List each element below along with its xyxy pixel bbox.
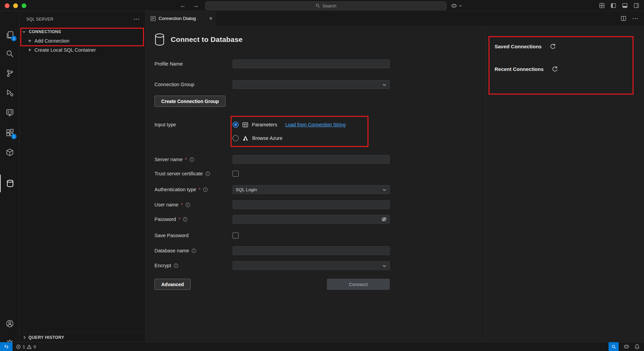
command-center-search[interactable]: Search [205, 1, 447, 10]
trust-server-certificate-label: Trust server certificate [154, 171, 203, 176]
server-name-label: Server name [154, 157, 183, 162]
eye-off-icon[interactable] [381, 216, 387, 222]
profile-name-input[interactable] [233, 59, 390, 68]
authentication-type-select[interactable]: SQL Login [233, 185, 390, 194]
remote-explorer-icon [6, 108, 14, 117]
error-icon [16, 344, 21, 349]
source-control-icon [6, 69, 14, 77]
warning-icon [27, 344, 32, 349]
minimize-window-button[interactable] [13, 3, 18, 8]
browse-azure-radio-label[interactable]: Browse Azure [252, 135, 282, 141]
close-window-button[interactable] [5, 3, 9, 8]
activity-explorer[interactable]: 1 [0, 26, 20, 44]
editor-more-actions-button[interactable]: ··· [633, 16, 639, 21]
connection-dialog-editor: Connect to Database Profile Name Connect… [146, 26, 644, 342]
save-password-checkbox[interactable] [233, 232, 239, 239]
recent-connections-label: Recent Connections [495, 66, 544, 72]
chevron-down-icon [382, 187, 387, 193]
required-marker: * [178, 217, 181, 222]
customize-layout-icon[interactable] [599, 3, 605, 8]
chevron-down-icon [382, 263, 387, 269]
split-editor-icon[interactable] [621, 16, 626, 21]
package-icon [6, 148, 14, 156]
chevron-down-icon [382, 82, 387, 87]
titlebar: ← → Search [0, 0, 644, 11]
run-debug-icon [6, 89, 14, 97]
user-name-input[interactable] [233, 200, 390, 209]
toggle-panel-icon[interactable] [622, 3, 628, 8]
create-connection-group-button[interactable]: Create Connection Group [154, 96, 225, 107]
search-placeholder: Search [323, 3, 336, 8]
activity-source-control[interactable] [0, 65, 20, 82]
parameters-radio[interactable] [233, 122, 239, 128]
password-input[interactable] [233, 215, 390, 224]
info-icon [189, 157, 194, 162]
copilot-icon [451, 3, 457, 9]
info-icon [183, 217, 188, 222]
maximize-window-button[interactable] [22, 3, 26, 8]
editor-tab-bar: Connection Dialog × ··· [146, 11, 644, 26]
activity-accounts[interactable] [0, 315, 20, 332]
sidebar-title: SQL SERVER [26, 17, 134, 22]
activity-sql-server[interactable] [0, 175, 20, 192]
sidebar-more-actions-button[interactable]: ··· [134, 16, 140, 22]
database-icon [154, 33, 165, 46]
chevron-down-icon [458, 4, 462, 8]
profile-name-label: Profile Name [154, 61, 183, 67]
encrypt-select[interactable] [233, 261, 390, 270]
password-label: Password [154, 217, 176, 222]
activity-extensions[interactable]: 1 [0, 124, 20, 142]
connections-section-header[interactable]: CONNECTIONS [20, 27, 145, 36]
remote-icon [4, 344, 9, 349]
close-tab-icon[interactable]: × [209, 16, 212, 21]
parameters-radio-label[interactable]: Parameters [252, 122, 277, 127]
explorer-badge: 1 [11, 36, 17, 41]
toggle-primary-sidebar-icon[interactable] [611, 3, 616, 8]
problems-indicator[interactable]: 1 0 [16, 344, 36, 349]
database-name-label: Database name [154, 248, 189, 253]
server-name-input[interactable] [233, 155, 390, 164]
remote-indicator[interactable] [0, 342, 13, 351]
forward-button[interactable]: → [193, 2, 199, 9]
create-local-sql-container-item[interactable]: + Create Local SQL Container [20, 45, 145, 54]
refresh-saved-connections-icon[interactable] [550, 43, 556, 50]
trust-server-certificate-checkbox[interactable] [233, 171, 239, 177]
load-from-connection-string-link[interactable]: Load from Connection String [285, 122, 345, 127]
error-count: 1 [23, 344, 25, 349]
info-icon [191, 248, 196, 253]
plus-icon: + [27, 47, 32, 53]
activity-search[interactable] [0, 45, 20, 62]
add-connection-item[interactable]: + Add Connection [20, 36, 145, 45]
tab-connection-dialog[interactable]: Connection Dialog × [146, 11, 216, 26]
database-name-input[interactable] [233, 246, 390, 255]
browse-azure-radio[interactable] [233, 135, 239, 141]
copilot-status-icon[interactable] [623, 344, 629, 350]
back-button[interactable]: ← [180, 2, 186, 9]
search-icon [6, 50, 14, 58]
save-password-label: Save Password [154, 233, 189, 238]
activity-package[interactable] [0, 144, 20, 161]
activity-bar: 1 1 [0, 11, 20, 342]
saved-connections-label: Saved Connections [495, 44, 542, 49]
info-icon [205, 171, 210, 176]
azure-icon [242, 135, 249, 142]
required-marker: * [181, 202, 183, 207]
copilot-menu[interactable] [451, 1, 462, 10]
activity-remote-explorer[interactable] [0, 104, 20, 121]
sql-server-icon [6, 179, 14, 187]
status-bar: 1 0 [0, 342, 644, 351]
connection-group-select[interactable] [233, 80, 390, 89]
query-history-section-header[interactable]: QUERY HISTORY [20, 332, 145, 342]
authentication-type-label: Authentication type [154, 187, 196, 192]
notifications-bell-icon[interactable] [634, 344, 640, 350]
connect-button[interactable]: Connect [327, 279, 390, 290]
window-controls [5, 3, 26, 8]
activity-run-debug[interactable] [0, 84, 20, 102]
zoom-indicator[interactable] [609, 342, 619, 351]
accounts-icon [6, 320, 14, 328]
plus-icon: + [27, 38, 32, 44]
advanced-button[interactable]: Advanced [154, 279, 191, 290]
chevron-down-icon [22, 29, 26, 34]
toggle-secondary-sidebar-icon[interactable] [634, 3, 639, 8]
refresh-recent-connections-icon[interactable] [552, 66, 558, 72]
